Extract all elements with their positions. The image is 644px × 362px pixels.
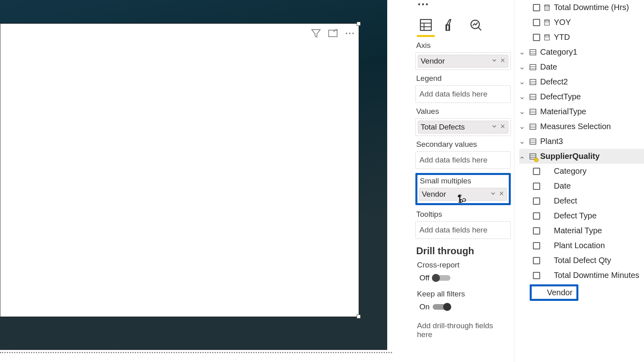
table-icon [529, 138, 537, 146]
cross-report-state: Off [419, 274, 429, 282]
field-measure[interactable]: YTD [519, 30, 644, 45]
field-column[interactable]: Date [519, 179, 644, 193]
checkbox-icon[interactable] [533, 19, 540, 26]
table-row-supplierquality[interactable]: SupplierQuality [519, 149, 644, 164]
drill-through-well[interactable]: Add drill-through fields here [415, 319, 511, 342]
cross-report-toggle[interactable] [433, 275, 450, 281]
remove-icon[interactable] [500, 58, 506, 65]
chip-label: Total Defects [421, 123, 491, 132]
panel-more-icon[interactable]: … [417, 0, 511, 10]
table-row[interactable]: Measures Selection [519, 119, 644, 134]
table-name: Date [540, 62, 557, 72]
small-multiples-chip-vendor[interactable]: Vendor [419, 188, 507, 201]
tooltips-well[interactable]: Add data fields here [415, 221, 511, 239]
field-name: Total Downtime Minutes [554, 271, 639, 280]
field-name: Defect Type [554, 211, 597, 220]
field-column[interactable]: Plant Location [519, 238, 644, 253]
chevron-down-icon[interactable] [491, 123, 497, 131]
axis-section-label: Axis [416, 41, 511, 50]
checkbox-icon[interactable] [533, 197, 540, 205]
chevron-down-icon[interactable] [519, 109, 526, 115]
values-chip-total-defects[interactable]: Total Defects [418, 121, 508, 134]
svg-rect-0 [329, 30, 337, 37]
measure-icon [543, 34, 551, 41]
field-column[interactable]: Total Defect Qty [519, 253, 644, 268]
chevron-down-icon[interactable] [519, 64, 526, 70]
table-row[interactable]: Plant3 [519, 134, 644, 149]
secondary-values-well[interactable]: Add data fields here [415, 151, 511, 169]
table-icon [529, 93, 537, 101]
resize-handle-ne[interactable] [357, 22, 361, 26]
chevron-down-icon[interactable] [519, 138, 526, 145]
field-column[interactable]: Category [519, 164, 644, 179]
keep-all-filters-label: Keep all filters [417, 290, 511, 298]
table-row[interactable]: DefectType [519, 89, 644, 104]
small-multiples-label: Small multiples [420, 177, 507, 185]
table-row[interactable]: Defect2 [519, 74, 644, 89]
secondary-values-label: Secondary values [416, 140, 511, 149]
analytics-tab-icon[interactable] [469, 18, 483, 34]
checkbox-icon[interactable] [533, 272, 540, 279]
values-section-label: Values [416, 107, 511, 116]
field-vendor-highlight[interactable]: Vendor [530, 284, 578, 301]
table-row[interactable]: Date [519, 60, 644, 74]
chevron-down-icon[interactable] [519, 94, 526, 100]
measure-icon [543, 19, 551, 26]
checkbox-icon[interactable] [533, 212, 540, 220]
chevron-down-icon[interactable] [519, 123, 526, 130]
legend-section-label: Legend [416, 74, 511, 83]
field-name: YTD [554, 33, 570, 42]
filter-icon[interactable] [310, 28, 322, 41]
legend-well[interactable]: Add data fields here [415, 85, 511, 103]
checkbox-icon[interactable] [533, 4, 540, 11]
drill-through-heading: Drill through [416, 245, 511, 257]
svg-point-1 [346, 33, 347, 34]
more-options-icon[interactable] [344, 28, 355, 41]
secondary-placeholder: Add data fields here [418, 154, 508, 167]
cross-report-label: Cross-report [417, 261, 511, 269]
values-well[interactable]: Total Defects [415, 118, 511, 136]
table-icon [529, 152, 537, 160]
table-row[interactable]: Category1 [519, 45, 644, 60]
field-column[interactable]: Material Type [519, 223, 644, 238]
field-column[interactable]: Defect Type [519, 208, 644, 223]
remove-icon[interactable] [499, 191, 504, 198]
table-icon [529, 123, 537, 131]
checkbox-icon[interactable] [533, 34, 540, 41]
svg-rect-44 [530, 124, 536, 129]
table-name: Plant3 [540, 137, 563, 146]
measure-icon [543, 4, 551, 11]
field-name: Date [554, 181, 571, 191]
axis-well[interactable]: Vendor [415, 52, 511, 70]
checkbox-icon[interactable] [533, 227, 540, 234]
field-column[interactable]: Defect [519, 193, 644, 208]
chevron-up-icon[interactable] [519, 153, 526, 160]
field-measure[interactable]: Total Downtime (Hrs) [519, 0, 644, 15]
chevron-down-icon[interactable] [519, 79, 526, 85]
field-measure[interactable]: YOY [519, 15, 644, 30]
chevron-down-icon[interactable] [491, 57, 497, 65]
format-tab-icon[interactable] [444, 18, 458, 34]
svg-point-28 [548, 37, 549, 38]
keep-all-filters-toggle[interactable] [433, 304, 450, 310]
table-name: Defect2 [540, 77, 568, 86]
svg-point-16 [545, 9, 546, 10]
axis-chip-vendor[interactable]: Vendor [418, 55, 508, 68]
fields-tab-icon[interactable] [419, 18, 433, 34]
chevron-down-icon[interactable] [519, 49, 526, 56]
checkbox-icon[interactable] [533, 242, 540, 249]
focus-mode-icon[interactable] [327, 28, 339, 41]
remove-icon[interactable] [500, 123, 506, 131]
svg-point-27 [547, 37, 547, 38]
checkbox-icon[interactable] [533, 183, 540, 190]
table-row[interactable]: MaterialType [519, 104, 644, 119]
chip-label: Vendor [421, 57, 491, 66]
visual-placeholder[interactable] [0, 23, 359, 317]
svg-rect-35 [530, 79, 536, 84]
resize-handle-se[interactable] [357, 315, 361, 319]
field-column[interactable]: Total Downtime Minutes [519, 268, 644, 283]
checkbox-icon[interactable] [533, 168, 540, 175]
chevron-down-icon[interactable] [490, 190, 496, 198]
field-name: Defect [554, 196, 577, 206]
checkbox-icon[interactable] [533, 257, 540, 264]
